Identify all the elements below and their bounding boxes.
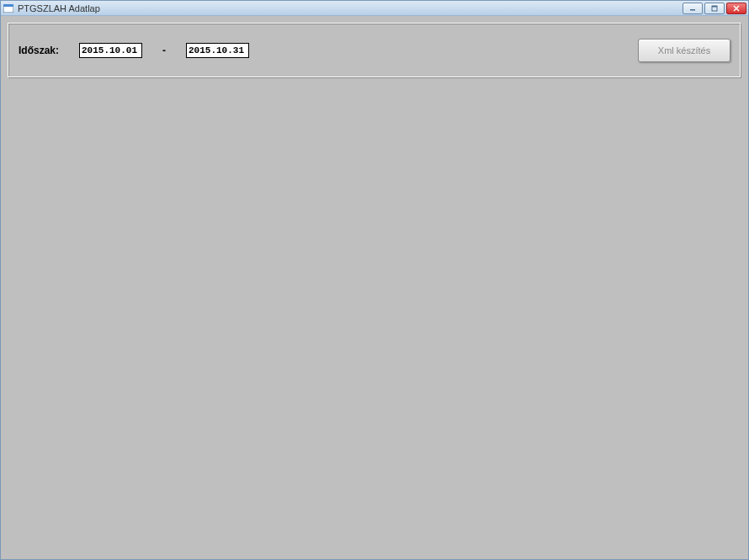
svg-rect-4: [712, 6, 717, 8]
title-bar: PTGSZLAH Adatlap: [1, 1, 748, 16]
close-icon: [732, 5, 741, 12]
date-from-input[interactable]: [79, 43, 142, 58]
maximize-icon: [710, 5, 719, 12]
close-button[interactable]: [726, 3, 746, 14]
xml-create-button[interactable]: Xml készítés: [638, 39, 730, 62]
title-bar-left: PTGSZLAH Adatlap: [3, 3, 100, 14]
minimize-button[interactable]: [683, 3, 703, 14]
svg-rect-2: [690, 9, 695, 11]
window-frame: PTGSZLAH Adatlap: [0, 0, 749, 560]
minimize-icon: [688, 5, 697, 12]
client-area: Időszak: - Xml készítés: [1, 16, 748, 559]
date-separator: -: [162, 45, 166, 56]
svg-rect-1: [3, 4, 13, 7]
date-to-input[interactable]: [186, 43, 249, 58]
period-group: Időszak: -: [19, 43, 249, 58]
period-label: Időszak:: [19, 45, 59, 56]
window-title: PTGSZLAH Adatlap: [18, 3, 100, 13]
period-panel: Időszak: - Xml készítés: [8, 23, 741, 78]
content-area: [8, 97, 741, 552]
window-controls: [683, 3, 746, 14]
maximize-button[interactable]: [704, 3, 725, 14]
app-icon: [3, 3, 14, 14]
